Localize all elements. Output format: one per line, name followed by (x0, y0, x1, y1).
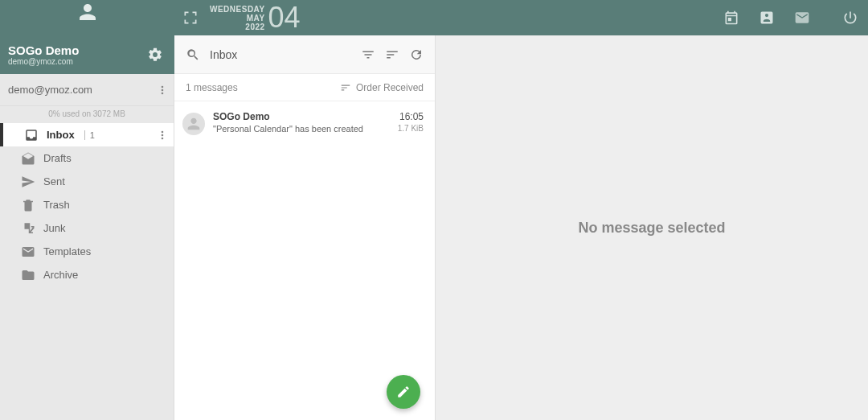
account-label: demo@ymoz.com (8, 84, 92, 96)
date-month: MAY (210, 14, 265, 23)
sort-small-icon (340, 82, 351, 93)
contacts-icon[interactable] (759, 10, 775, 26)
drafts-icon (21, 151, 35, 166)
account-row[interactable]: demo@ymoz.com (0, 74, 174, 106)
message-sender: SOGo Demo (213, 111, 390, 122)
list-subbar: 1 messages Order Received (174, 74, 435, 101)
calendar-icon[interactable] (723, 10, 739, 26)
gear-icon[interactable] (147, 47, 163, 63)
archive-icon (21, 268, 35, 282)
pencil-icon (396, 385, 411, 399)
trash-icon (21, 198, 35, 212)
folder-label: Trash (43, 199, 70, 211)
more-vert-icon[interactable] (156, 84, 169, 97)
main-content: SOGo Demo demo@ymoz.com demo@ymoz.com 0%… (0, 35, 868, 420)
sent-icon (21, 175, 35, 189)
sort-icon[interactable] (385, 47, 399, 62)
more-vert-icon[interactable] (156, 129, 169, 142)
templates-icon (21, 245, 35, 259)
date-block[interactable]: WEDNESDAY MAY 2022 04 (210, 3, 301, 32)
top-bar: WEDNESDAY MAY 2022 04 (0, 0, 868, 35)
avatar-icon (182, 113, 205, 135)
power-icon[interactable] (842, 10, 858, 26)
folder-label: Junk (43, 222, 65, 234)
sort-label[interactable]: Order Received (340, 82, 424, 93)
folder-label: Archive (43, 269, 78, 281)
message-list-pane: Inbox 1 messages Order Received SOG (174, 35, 436, 420)
fullscreen-icon[interactable] (182, 10, 199, 26)
profile-block (0, 0, 174, 35)
folder-sent[interactable]: Sent (0, 170, 174, 193)
folder-junk[interactable]: Junk (0, 216, 174, 240)
profile-name: SOGo Demo (8, 43, 147, 57)
top-bar-center: WEDNESDAY MAY 2022 04 (174, 0, 723, 35)
folder-label: Drafts (43, 152, 72, 164)
reading-pane: No message selected (436, 35, 868, 420)
folder-label: Sent (43, 175, 65, 187)
sidebar: SOGo Demo demo@ymoz.com demo@ymoz.com 0%… (0, 35, 174, 420)
folder-archive[interactable]: Archive (0, 263, 174, 286)
date-year: 2022 (210, 23, 265, 31)
folder-inbox[interactable]: Inbox 1 (0, 123, 174, 146)
quota-text: 0% used on 3072 MB (0, 106, 174, 123)
folder-templates[interactable]: Templates (0, 240, 174, 263)
empty-message: No message selected (578, 220, 725, 237)
compose-button[interactable] (387, 375, 420, 409)
mail-icon[interactable] (794, 10, 810, 26)
folder-trash[interactable]: Trash (0, 193, 174, 216)
folder-drafts[interactable]: Drafts (0, 146, 174, 170)
date-daynum: 04 (268, 3, 301, 32)
profile-row: SOGo Demo demo@ymoz.com (0, 35, 174, 74)
folder-count: 1 (84, 130, 95, 140)
profile-email: demo@ymoz.com (8, 57, 147, 66)
folder-label: Inbox (47, 129, 75, 141)
filter-icon[interactable] (361, 47, 375, 62)
inbox-icon (24, 128, 39, 142)
folder-label: Templates (43, 245, 91, 257)
message-size: 1.7 KiB (398, 124, 424, 133)
junk-icon (21, 221, 35, 236)
message-row[interactable]: SOGo Demo "Personal Calendar" has been c… (174, 101, 435, 143)
message-time: 16:05 (398, 111, 424, 122)
search-input[interactable]: Inbox (210, 48, 351, 61)
avatar-icon (76, 0, 100, 24)
refresh-icon[interactable] (409, 47, 424, 62)
top-bar-right (723, 0, 868, 35)
list-toolbar: Inbox (174, 35, 435, 74)
message-subject: "Personal Calendar" has been created (213, 124, 390, 134)
messages-count: 1 messages (186, 82, 340, 93)
search-icon[interactable] (186, 47, 200, 62)
date-weekday: WEDNESDAY (210, 5, 265, 14)
